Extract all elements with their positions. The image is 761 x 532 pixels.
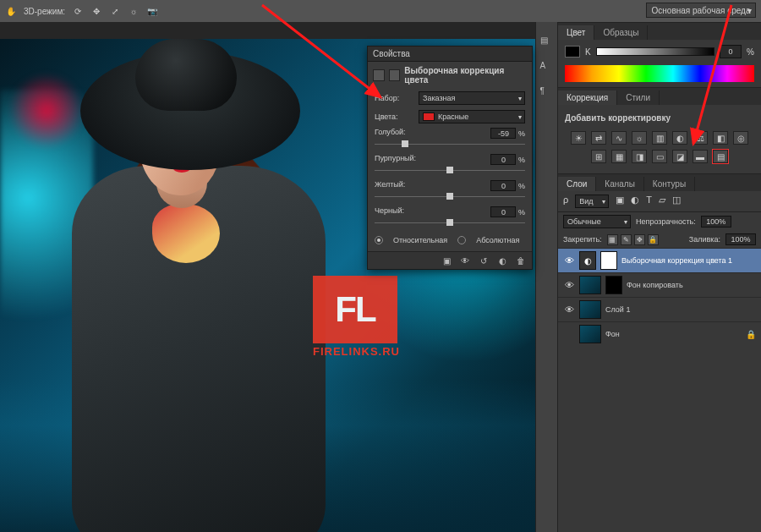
adjustments-panel: Коррекция Стили Добавить корректировку ☀…	[558, 87, 761, 173]
magenta-label: Пурпурный:	[375, 154, 416, 165]
layer-row[interactable]: 👁 Слой 1	[558, 297, 761, 321]
cyan-value[interactable]: -59	[490, 128, 516, 139]
mode-3d-label: 3D-режим:	[24, 7, 65, 16]
relative-radio[interactable]	[375, 236, 383, 244]
threshold-icon[interactable]: ◪	[672, 150, 687, 163]
lock-icon: 🔒	[746, 330, 756, 339]
layer-kind-dropdown[interactable]: Вид▾	[575, 195, 609, 208]
tab-paths[interactable]: Контуры	[644, 177, 695, 191]
character-icon[interactable]: A	[540, 61, 554, 74]
preset-dropdown[interactable]: Заказная▾	[419, 91, 525, 105]
properties-title[interactable]: Свойства	[368, 47, 532, 62]
opacity-value[interactable]: 100%	[701, 216, 731, 228]
yellow-slider[interactable]	[375, 193, 525, 201]
layer-name[interactable]: Слой 1	[605, 305, 756, 314]
chevron-down-icon: ▾	[747, 6, 752, 15]
curves-icon[interactable]: ∿	[611, 131, 627, 145]
lock-position-icon[interactable]: ✥	[634, 234, 645, 245]
vibrance-icon[interactable]: ▥	[652, 131, 667, 145]
layer-row[interactable]: 👁 ◐ Выборочная коррекция цвета 1	[558, 248, 761, 272]
properties-footer: ▣ 👁 ↺ ◐ 🗑	[368, 251, 532, 269]
layer-name[interactable]: Фон	[605, 330, 742, 338]
toggle-visibility-icon[interactable]: ◐	[496, 255, 508, 266]
tab-swatches[interactable]: Образцы	[594, 25, 648, 40]
lookup-icon[interactable]: ▦	[611, 150, 627, 163]
relative-label: Относительная	[393, 236, 447, 244]
layer-mask-thumb[interactable]	[600, 251, 617, 270]
k-slider[interactable]	[596, 47, 714, 56]
levels-icon[interactable]: ⇄	[591, 131, 606, 145]
visibility-icon[interactable]: 👁	[563, 304, 575, 315]
view-previous-icon[interactable]: 👁	[459, 255, 471, 266]
bw-icon[interactable]: ◧	[713, 131, 728, 145]
layers-panel: Слои Каналы Контуры ρ Вид▾ ▣ ◐ T ▱ ◫ Обы…	[558, 173, 761, 532]
spectrum-ramp[interactable]	[565, 65, 754, 82]
invert-icon[interactable]: ◨	[632, 150, 647, 163]
camera-icon[interactable]: 📷	[146, 5, 158, 17]
yellow-value[interactable]: 0	[490, 180, 516, 191]
layer-name[interactable]: Фон копировать	[627, 281, 756, 289]
posterize-icon[interactable]: ▭	[652, 150, 667, 163]
blend-mode-dropdown[interactable]: Обычные▾	[563, 215, 631, 228]
foreground-swatch[interactable]	[565, 46, 580, 58]
dolly-icon[interactable]: ⤢	[109, 5, 121, 17]
layer-name[interactable]: Выборочная коррекция цвета 1	[621, 256, 756, 265]
filter-pixel-icon[interactable]: ▣	[616, 195, 624, 208]
right-panel-dock: Цвет Образцы K 0 % Коррекция Стили Добав…	[558, 22, 761, 532]
pan-icon[interactable]: ✥	[90, 5, 102, 17]
k-value[interactable]: 0	[720, 45, 742, 58]
orbit-icon[interactable]: ⟳	[72, 5, 84, 17]
colors-dropdown[interactable]: Красные▾	[419, 110, 525, 123]
absolute-radio[interactable]	[457, 236, 466, 244]
watermark-text: FIRELINKS.RU	[313, 345, 400, 358]
lock-pixels-icon[interactable]: ✎	[621, 234, 632, 245]
layer-thumb	[579, 300, 601, 319]
layer-row[interactable]: Фон 🔒	[558, 321, 761, 346]
fill-value[interactable]: 100%	[725, 233, 756, 245]
reset-icon[interactable]: ↺	[478, 255, 490, 266]
tab-color[interactable]: Цвет	[558, 25, 594, 40]
colorbalance-icon[interactable]: ⚖	[693, 131, 708, 145]
tab-channels[interactable]: Каналы	[596, 177, 644, 191]
lock-transparency-icon[interactable]: ▦	[607, 234, 618, 245]
filter-shape-icon[interactable]: ▱	[659, 195, 665, 208]
mask-mode-icon[interactable]	[389, 69, 401, 81]
workspace-dropdown[interactable]: Основная рабочая среда ▾	[646, 3, 756, 18]
cyan-slider[interactable]	[375, 140, 525, 149]
channel-k-label: K	[585, 47, 591, 57]
layer-row[interactable]: 👁 Фон копировать	[558, 272, 761, 297]
gradient-map-icon[interactable]: ▬	[693, 150, 708, 163]
lock-all-icon[interactable]: 🔒	[648, 234, 659, 245]
visibility-icon[interactable]: 👁	[563, 255, 575, 266]
yellow-label: Желтый:	[375, 180, 405, 191]
visibility-icon[interactable]: 👁	[563, 280, 575, 290]
cyan-slider-row: Голубой:-59 %	[368, 126, 532, 152]
exposure-icon[interactable]: ☼	[632, 131, 647, 145]
tab-styles[interactable]: Стили	[617, 90, 660, 105]
selective-color-icon[interactable]: ▤	[713, 150, 728, 163]
layer-mask-thumb[interactable]	[605, 276, 622, 294]
magenta-value[interactable]: 0	[490, 154, 516, 165]
filter-type-icon[interactable]: T	[646, 195, 652, 208]
trash-icon[interactable]: 🗑	[515, 255, 527, 266]
tab-layers[interactable]: Слои	[558, 177, 596, 191]
filter-smart-icon[interactable]: ◫	[672, 195, 681, 208]
hue-icon[interactable]: ◐	[672, 131, 687, 145]
histogram-icon[interactable]: ▤	[540, 36, 554, 49]
watermark-badge: FL	[313, 276, 397, 343]
light-icon[interactable]: ☼	[128, 5, 140, 17]
add-adjustment-label: Добавить корректировку	[565, 110, 754, 126]
photo-filter-icon[interactable]: ◎	[733, 131, 748, 145]
tab-adjustments[interactable]: Коррекция	[558, 90, 617, 105]
magenta-slider[interactable]	[375, 167, 525, 175]
clip-icon[interactable]: ▣	[441, 255, 452, 266]
brightness-icon[interactable]: ☀	[571, 131, 586, 145]
filter-adj-icon[interactable]: ◐	[631, 195, 639, 208]
hand-icon[interactable]: ✋	[5, 5, 17, 17]
black-slider[interactable]	[375, 219, 525, 228]
lock-label: Закрепить:	[563, 235, 602, 244]
paragraph-icon[interactable]: ¶	[540, 86, 554, 100]
black-value[interactable]: 0	[490, 206, 516, 217]
adjustment-name: Выборочная коррекция цвета	[404, 66, 527, 85]
channel-mixer-icon[interactable]: ⊞	[591, 150, 606, 163]
